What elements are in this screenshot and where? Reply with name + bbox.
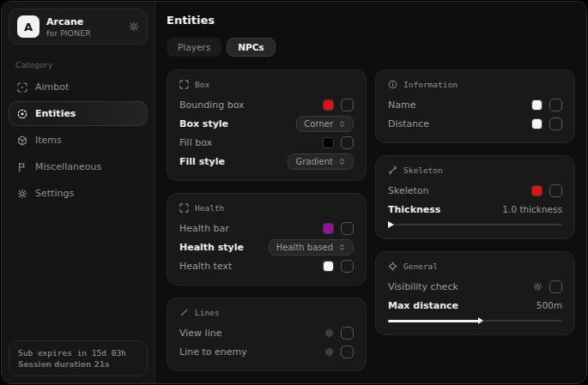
health-card: Health Health bar Health style Health ba… (167, 193, 367, 286)
flag-icon (17, 162, 27, 172)
card-title: General (403, 262, 438, 271)
unfold-icon (338, 157, 346, 166)
dropdown-value: Gradient (295, 157, 333, 166)
sidebar-item-settings[interactable]: Settings (9, 181, 148, 206)
slider-track (388, 224, 562, 226)
setting-label: Visibility check (388, 281, 533, 292)
card-title: Information (403, 80, 458, 89)
thickness-slider[interactable] (388, 220, 562, 229)
color-swatch[interactable] (323, 137, 334, 148)
sidebar-item-label: Entities (35, 108, 76, 119)
setting-label: View line (179, 328, 324, 339)
card-header: General (388, 262, 562, 271)
color-swatch[interactable] (531, 185, 543, 196)
sidebar-item-label: Items (35, 135, 62, 146)
setting-row-visibility-check: Visibility check (388, 277, 562, 296)
box-card: Box Bounding box Box style Corner (167, 69, 367, 181)
checkbox[interactable] (341, 222, 354, 235)
category-label: Category (2, 51, 155, 75)
setting-row-thickness: Thickness 1.0 thickness (388, 200, 562, 219)
checkbox[interactable] (341, 99, 354, 111)
color-swatch[interactable] (323, 223, 334, 234)
card-title: Box (195, 80, 209, 89)
sidebar-item-aimbot[interactable]: Aimbot (9, 75, 148, 99)
unfold-icon (338, 243, 346, 252)
main-panel: Entities Players NPCs Box (155, 2, 586, 383)
setting-row-distance: Distance (388, 114, 562, 133)
page-title: Entities (167, 14, 575, 27)
setting-row-health-text: Health text (179, 256, 354, 275)
checkbox[interactable] (341, 260, 354, 273)
cube-icon (17, 135, 27, 146)
gear-icon[interactable] (129, 21, 139, 32)
setting-label: Bounding box (179, 99, 323, 111)
setting-label: Max distance (388, 300, 536, 311)
sidebar-nav: Aimbot Entities Items (2, 75, 155, 206)
sidebar: A Arcane for PIONER Category Aimbot (2, 2, 155, 383)
skeleton-card: Skeleton Skeleton Thickness 1.0 thicknes… (375, 155, 575, 239)
subscription-card: Sub expires in 15d 03h Session duration … (9, 340, 148, 376)
sidebar-item-miscellaneous[interactable]: Miscellaneous (9, 154, 148, 179)
sidebar-item-label: Settings (35, 188, 74, 199)
slider-handle[interactable] (388, 221, 394, 228)
card-header: Information (388, 80, 562, 89)
setting-label: Box style (179, 118, 296, 129)
setting-label: Skeleton (388, 185, 531, 196)
setting-label: Distance (388, 118, 531, 129)
session-duration-text: Session duration 21s (18, 360, 138, 369)
checkbox[interactable] (341, 346, 354, 358)
dropdown-value: Corner (304, 119, 333, 129)
tab-players[interactable]: Players (167, 38, 221, 57)
gear-icon[interactable] (324, 328, 334, 338)
max-distance-slider[interactable] (388, 316, 562, 325)
setting-label: Name (388, 99, 531, 111)
card-title: Health (195, 203, 224, 213)
crosshair-icon (17, 82, 27, 93)
setting-row-skeleton: Skeleton (388, 181, 562, 200)
setting-row-max-distance: Max distance 500m (388, 296, 562, 315)
bone-icon (388, 165, 397, 175)
corners-icon (179, 203, 189, 213)
checkbox[interactable] (549, 99, 562, 111)
app-name: Arcane (46, 16, 91, 27)
setting-row-view-line: View line (179, 323, 354, 342)
setting-label: Fill box (179, 137, 323, 148)
card-header: Skeleton (388, 165, 562, 175)
setting-row-health-bar: Health bar (179, 219, 354, 238)
color-swatch[interactable] (323, 261, 334, 272)
card-header: Lines (179, 308, 354, 317)
box-style-dropdown[interactable]: Corner (296, 116, 354, 132)
color-swatch[interactable] (323, 99, 334, 111)
setting-row-box-style: Box style Corner (179, 114, 354, 133)
gear-icon[interactable] (533, 282, 543, 292)
app-header-card: A Arcane for PIONER (9, 9, 148, 45)
sidebar-item-entities[interactable]: Entities (9, 101, 148, 126)
setting-label: Health bar (179, 223, 323, 234)
gear-icon[interactable] (324, 347, 334, 357)
checkbox[interactable] (549, 184, 562, 197)
setting-label: Health text (179, 261, 323, 272)
sidebar-item-label: Aimbot (35, 81, 69, 93)
tab-npcs[interactable]: NPCs (227, 38, 275, 57)
checkbox[interactable] (549, 117, 562, 130)
checkbox[interactable] (341, 136, 354, 149)
tab-bar: Players NPCs (167, 38, 575, 57)
left-column: Box Bounding box Box style Corner (167, 69, 367, 371)
health-style-dropdown[interactable]: Health based (269, 239, 354, 256)
setting-row-fill-style: Fill style Gradient (179, 152, 354, 171)
checkbox[interactable] (341, 327, 354, 340)
card-columns: Box Bounding box Box style Corner (167, 69, 575, 371)
setting-row-fill-box: Fill box (179, 133, 354, 152)
information-card: Information Name Distance (375, 69, 575, 143)
color-swatch[interactable] (531, 99, 543, 111)
setting-row-bounding-box: Bounding box (179, 95, 354, 114)
sidebar-item-items[interactable]: Items (9, 128, 148, 153)
checkbox[interactable] (549, 280, 562, 293)
fill-style-dropdown[interactable]: Gradient (288, 153, 354, 170)
app-logo: A (17, 15, 39, 38)
general-card: General Visibility check (375, 251, 575, 335)
color-swatch[interactable] (531, 118, 543, 129)
app-titles: Arcane for PIONER (46, 16, 91, 38)
slider-fill[interactable] (388, 320, 479, 322)
sub-expiry-text: Sub expires in 15d 03h (18, 348, 138, 358)
